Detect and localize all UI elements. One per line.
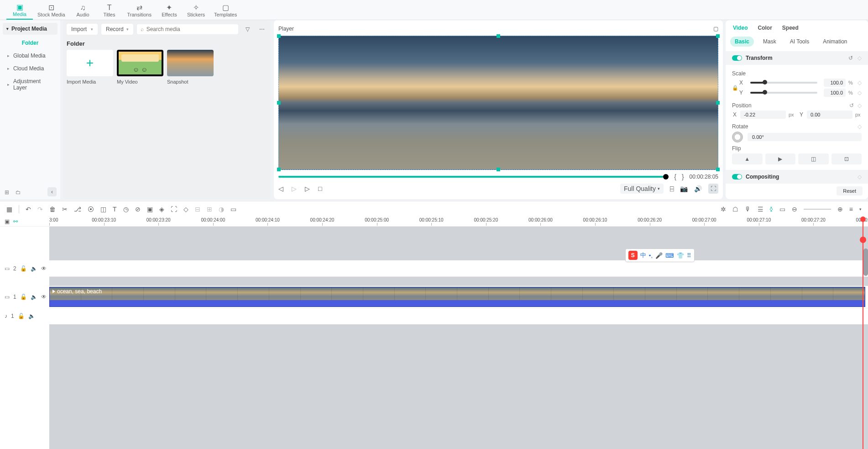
quality-dropdown[interactable]: Full Quality▾ (620, 184, 664, 194)
eye-icon[interactable]: 👁 (41, 294, 47, 300)
lock-icon[interactable]: 🔓 (20, 265, 27, 272)
keyframe-icon[interactable]: ◇ (858, 174, 862, 180)
group-button[interactable]: ⊞ (207, 206, 212, 213)
ime-mic-icon[interactable]: 🎤 (655, 252, 663, 259)
progress-thumb[interactable] (663, 174, 669, 180)
flip-vertical-button[interactable]: ▶ (765, 153, 796, 164)
position-x-value[interactable]: -0.22 (740, 111, 786, 119)
lock-icon[interactable]: 🔓 (20, 294, 27, 300)
ime-skin-icon[interactable]: 👕 (677, 252, 684, 259)
handle-corner[interactable] (277, 168, 281, 171)
sidebar-item-cloud-media[interactable]: ▸Cloud Media (3, 62, 58, 75)
search-input[interactable] (146, 26, 235, 32)
add-bin-icon[interactable]: ⊞ (5, 189, 9, 195)
tracks-icon[interactable]: ▣ (5, 218, 10, 225)
link-toggle-icon[interactable]: ⚯ (13, 218, 18, 225)
handle-corner[interactable] (716, 168, 720, 171)
marker-tool-icon[interactable]: ✲ (721, 206, 726, 213)
redo-button[interactable]: ↷ (37, 206, 43, 213)
transform-toggle[interactable] (732, 55, 742, 61)
tab-media[interactable]: ▣Media (6, 2, 33, 20)
mute-icon[interactable]: 🔈 (31, 265, 37, 272)
track-v1[interactable]: ocean, sea, beach (49, 286, 868, 308)
more-button[interactable]: ⋯ (256, 24, 267, 35)
ime-punct-icon[interactable]: •, (649, 252, 653, 259)
mute-icon[interactable]: 🔈 (28, 313, 35, 319)
filter-button[interactable]: ▽ (242, 24, 253, 35)
cut-button[interactable]: ✂ (62, 206, 68, 213)
reset-button[interactable]: Reset (837, 186, 863, 195)
media-card-import[interactable]: + Import Media (67, 50, 113, 85)
mic-icon[interactable]: 🎙 (745, 206, 751, 213)
reset-icon[interactable]: ↺ (848, 55, 853, 61)
overlay-button[interactable]: ▣ (147, 206, 153, 213)
tab-templates[interactable]: ▢Templates (209, 2, 241, 20)
handle-corner[interactable] (277, 34, 281, 38)
handle-left[interactable] (277, 101, 281, 105)
handle-bottom[interactable] (497, 168, 500, 171)
ime-logo-icon[interactable]: S (628, 251, 638, 260)
shield-icon[interactable]: ☖ (732, 206, 738, 213)
import-dropdown[interactable]: Import▾ (67, 24, 98, 35)
flip-reset-button[interactable]: ⊡ (831, 153, 862, 164)
tag-icon[interactable]: ⦿ (88, 206, 94, 213)
sync-icon[interactable]: ▭ (779, 206, 785, 213)
handle-top[interactable] (497, 34, 500, 38)
display-icon[interactable]: ⌸ (670, 185, 674, 192)
play-button[interactable]: ▷ (305, 185, 310, 192)
volume-icon[interactable]: 🔊 (694, 185, 702, 192)
compositing-toggle[interactable] (732, 174, 742, 180)
scale-x-slider[interactable] (750, 82, 817, 84)
mark-in-button[interactable]: { (674, 173, 676, 180)
track-options-icon[interactable]: ≡ (849, 206, 853, 213)
compositing-header[interactable]: Compositing ◇ (726, 170, 868, 184)
timeline-clip[interactable]: ocean, sea, beach (49, 287, 865, 307)
lock-icon[interactable]: 🔓 (18, 313, 25, 319)
record-dropdown[interactable]: Record▾ (101, 24, 133, 35)
new-folder-icon[interactable]: 🗀 (16, 189, 21, 195)
inspector-tab-color[interactable]: Color (758, 25, 772, 31)
time-ruler[interactable]: 00:23:0000:00:23:1000:00:23:2000:00:24:0… (49, 217, 868, 227)
slider-knob[interactable] (763, 80, 767, 85)
undo-button[interactable]: ↶ (26, 206, 31, 213)
tab-transitions[interactable]: ⇄Transitions (123, 2, 156, 20)
mute-icon[interactable]: 🔈 (31, 294, 37, 300)
tab-audio[interactable]: ♫Audio (70, 2, 96, 20)
ripple-button[interactable]: ▭ (230, 206, 236, 213)
tab-stock-media[interactable]: ⊡Stock Media (33, 2, 70, 20)
ungroup-button[interactable]: ◑ (219, 206, 224, 213)
transform-header[interactable]: Transform ↺◇ (726, 51, 868, 65)
handle-right[interactable] (716, 101, 720, 105)
prev-frame-button[interactable]: ◁ (278, 185, 283, 192)
subtab-mask[interactable]: Mask (758, 37, 781, 47)
sidebar-item-adjustment-layer[interactable]: ▸Adjustment Layer (3, 75, 58, 94)
slider-knob[interactable] (763, 90, 767, 95)
ime-cn-button[interactable]: 中 (640, 251, 646, 259)
subtab-ai-tools[interactable]: AI Tools (785, 37, 814, 47)
track-a1[interactable] (49, 308, 868, 324)
tab-effects[interactable]: ✦Effects (156, 2, 183, 20)
list-icon[interactable]: ☰ (758, 206, 763, 213)
track-v2[interactable] (49, 260, 868, 277)
scale-lock-link[interactable]: 🔒 (732, 79, 738, 100)
fit-button[interactable]: ⛶ (171, 206, 177, 213)
sidebar-item-folder[interactable]: Folder (3, 37, 58, 49)
media-card-snapshot[interactable]: Snapshot (167, 50, 214, 85)
play-slow-button[interactable]: ▷ (292, 185, 297, 192)
snapshot-icon[interactable]: ▢ (713, 26, 718, 32)
flip-horizontal-button[interactable]: ▲ (732, 153, 763, 164)
sidebar-item-global-media[interactable]: ▸Global Media (3, 49, 58, 62)
rotate-dial[interactable] (732, 132, 743, 143)
crop-button[interactable]: ◫ (100, 206, 106, 213)
mark-out-button[interactable]: } (682, 173, 684, 180)
sidebar-header-project-media[interactable]: ▾Project Media (3, 23, 58, 35)
stop-button[interactable]: □ (318, 185, 322, 192)
text-button[interactable]: T (113, 206, 117, 213)
keyframe-icon[interactable]: ◇ (858, 90, 862, 96)
sidebar-collapse-button[interactable]: ‹ (47, 187, 57, 196)
flip-both-button[interactable]: ◫ (798, 153, 829, 164)
keyframe-icon[interactable]: ◇ (858, 123, 862, 130)
camera-icon[interactable]: 📷 (680, 185, 688, 192)
marker-button[interactable]: ◇ (183, 206, 188, 213)
subtab-animation[interactable]: Animation (818, 37, 852, 47)
